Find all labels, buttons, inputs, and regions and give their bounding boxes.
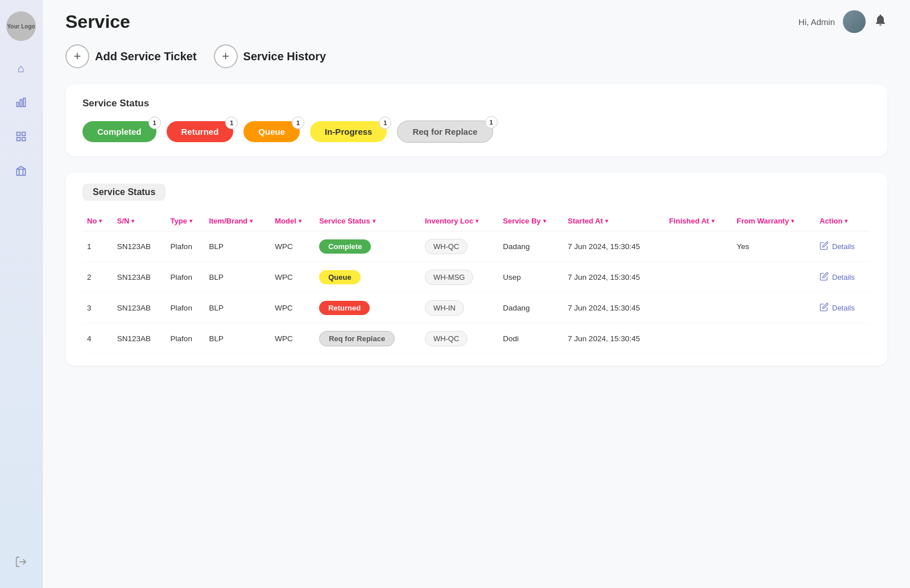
cell-type: Plafon xyxy=(166,324,205,354)
col-sn[interactable]: S/N ▾ xyxy=(113,211,166,231)
cell-service-by: Dadang xyxy=(498,231,563,262)
badge-inprogress[interactable]: In-Progress 1 xyxy=(310,121,387,142)
add-ticket-label: Add Service Ticket xyxy=(95,50,197,63)
logo: Your Logo xyxy=(6,11,36,41)
sort-status-icon: ▾ xyxy=(373,218,375,224)
col-finished[interactable]: Finished At ▾ xyxy=(664,211,732,231)
add-ticket-icon: + xyxy=(65,44,89,68)
status-badge: Complete xyxy=(319,239,371,254)
cell-inventory: WH-IN xyxy=(420,293,498,324)
col-warranty[interactable]: From Warranty ▾ xyxy=(732,211,815,231)
cell-service-by: Usep xyxy=(498,262,563,293)
cell-no: 3 xyxy=(82,293,113,324)
badge-completed[interactable]: Completed 1 xyxy=(82,121,156,142)
cell-no: 4 xyxy=(82,324,113,354)
returned-count: 1 xyxy=(225,117,238,129)
badge-req[interactable]: Req for Replace 1 xyxy=(397,121,493,143)
cell-started: 7 Jun 2024, 15:30:45 xyxy=(563,262,664,293)
status-badge: Req for Replace xyxy=(319,331,395,346)
main-content: Service Hi, Admin + Add Service Ticket +… xyxy=(43,0,910,588)
cell-action xyxy=(815,324,870,354)
cell-warranty xyxy=(732,324,815,354)
service-status-card: Service Status Completed 1 Returned 1 Qu… xyxy=(65,84,887,156)
sidebar-item-chart[interactable] xyxy=(11,92,31,113)
sidebar: Your Logo ⌂ xyxy=(0,0,43,588)
sort-inventory-icon: ▾ xyxy=(475,218,478,224)
cell-no: 1 xyxy=(82,231,113,262)
sidebar-nav: ⌂ xyxy=(11,58,31,539)
col-service-by[interactable]: Service By ▾ xyxy=(498,211,563,231)
table-row: 2 SN123AB Plafon BLP WPC Queue WH-MSG Us… xyxy=(82,262,870,293)
cell-action: Details xyxy=(815,231,870,262)
cell-finished xyxy=(664,293,732,324)
history-icon: + xyxy=(214,44,238,68)
sidebar-item-building[interactable] xyxy=(11,160,31,181)
sort-action-icon: ▾ xyxy=(845,218,847,224)
sort-brand-icon: ▾ xyxy=(250,218,253,224)
cell-inventory: WH-QC xyxy=(420,324,498,354)
cell-sn: SN123AB xyxy=(113,262,166,293)
svg-rect-3 xyxy=(17,132,20,136)
sort-service-by-icon: ▾ xyxy=(543,218,546,224)
sort-sn-icon: ▾ xyxy=(131,218,134,224)
bell-icon[interactable] xyxy=(874,13,887,30)
cell-started: 7 Jun 2024, 15:30:45 xyxy=(563,231,664,262)
status-badges: Completed 1 Returned 1 Queue 1 In-Progre… xyxy=(82,121,870,143)
table-card: Service Status No ▾ S/N ▾ xyxy=(65,172,887,366)
table-row: 1 SN123AB Plafon BLP WPC Complete WH-QC … xyxy=(82,231,870,262)
cell-brand: BLP xyxy=(204,324,270,354)
queue-count: 1 xyxy=(292,117,304,129)
col-type[interactable]: Type ▾ xyxy=(166,211,205,231)
cell-warranty: Yes xyxy=(732,231,815,262)
cell-status: Queue xyxy=(315,262,420,293)
cell-model: WPC xyxy=(270,231,315,262)
edit-icon xyxy=(820,303,829,314)
page-title: Service xyxy=(65,11,130,32)
cell-finished xyxy=(664,262,732,293)
details-link[interactable]: Details xyxy=(820,272,866,283)
details-link[interactable]: Details xyxy=(820,241,866,252)
col-no[interactable]: No ▾ xyxy=(82,211,113,231)
table-row: 4 SN123AB Plafon BLP WPC Req for Replace… xyxy=(82,324,870,354)
cell-sn: SN123AB xyxy=(113,324,166,354)
cell-warranty xyxy=(732,293,815,324)
sort-started-icon: ▾ xyxy=(605,218,608,224)
inventory-loc: WH-IN xyxy=(425,300,464,316)
returned-badge: Returned xyxy=(167,121,234,142)
cell-inventory: WH-QC xyxy=(420,231,498,262)
cell-model: WPC xyxy=(270,293,315,324)
svg-rect-2 xyxy=(23,98,25,107)
status-card-title: Service Status xyxy=(82,98,870,109)
inprogress-badge: In-Progress xyxy=(310,121,387,142)
svg-rect-5 xyxy=(17,138,20,141)
cell-sn: SN123AB xyxy=(113,293,166,324)
add-service-ticket-button[interactable]: + Add Service Ticket xyxy=(65,44,197,68)
svg-rect-6 xyxy=(22,138,26,141)
details-link[interactable]: Details xyxy=(820,303,866,314)
sidebar-item-home[interactable]: ⌂ xyxy=(11,58,31,78)
col-inventory[interactable]: Inventory Loc ▾ xyxy=(420,211,498,231)
badge-queue[interactable]: Queue 1 xyxy=(243,121,300,142)
cell-brand: BLP xyxy=(204,293,270,324)
table-title: Service Status xyxy=(82,184,166,201)
logout-button[interactable] xyxy=(15,556,27,571)
badge-returned[interactable]: Returned 1 xyxy=(167,121,234,142)
header-right: Hi, Admin xyxy=(799,10,887,33)
inprogress-count: 1 xyxy=(379,117,391,129)
col-status[interactable]: Service Status ▾ xyxy=(315,211,420,231)
completed-badge: Completed xyxy=(82,121,156,142)
col-action[interactable]: Action ▾ xyxy=(815,211,870,231)
service-history-button[interactable]: + Service History xyxy=(214,44,326,68)
req-count: 1 xyxy=(485,116,498,129)
col-started[interactable]: Started At ▾ xyxy=(563,211,664,231)
edit-icon xyxy=(820,272,829,283)
cell-warranty xyxy=(732,262,815,293)
col-brand[interactable]: Item/Brand ▾ xyxy=(204,211,270,231)
cell-model: WPC xyxy=(270,324,315,354)
sidebar-item-grid[interactable] xyxy=(11,126,31,147)
greeting-text: Hi, Admin xyxy=(799,17,835,27)
completed-count: 1 xyxy=(148,117,161,129)
col-model[interactable]: Model ▾ xyxy=(270,211,315,231)
cell-action: Details xyxy=(815,293,870,324)
history-label: Service History xyxy=(243,50,326,63)
